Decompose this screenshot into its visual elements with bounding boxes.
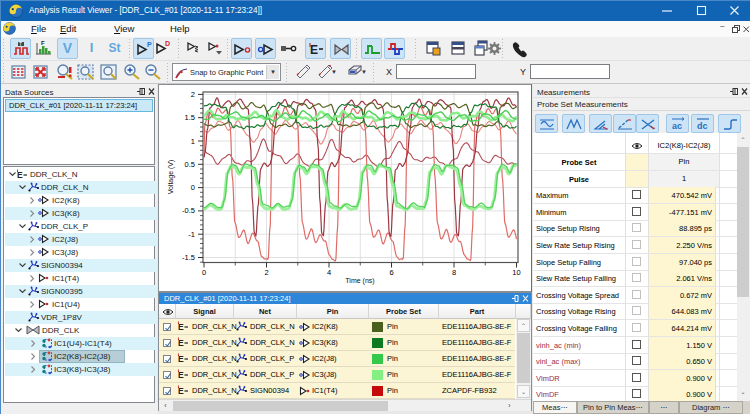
svg-text:Time (ns): Time (ns) (345, 277, 374, 285)
svg-text:6: 6 (389, 268, 393, 277)
svg-text:2: 2 (264, 268, 268, 277)
svg-text:F: F (41, 40, 45, 46)
svg-text:E: E (310, 43, 318, 57)
svg-text:Voltage (V): Voltage (V) (167, 160, 175, 195)
svg-text:2: 2 (191, 90, 195, 99)
svg-text:P: P (147, 41, 152, 48)
svg-text:1: 1 (191, 137, 195, 146)
svg-text:-1: -1 (188, 230, 195, 239)
svg-text:dc: dc (697, 121, 708, 131)
svg-text:8: 8 (452, 268, 456, 277)
svg-text:0.5: 0.5 (185, 160, 195, 169)
svg-text:1.5: 1.5 (185, 113, 195, 122)
svg-text:-1.5: -1.5 (182, 253, 195, 262)
svg-text:10: 10 (512, 268, 520, 277)
svg-text:-0.5: -0.5 (182, 206, 195, 215)
svg-text:4: 4 (327, 268, 331, 277)
svg-text:0: 0 (191, 183, 195, 192)
svg-text:D: D (165, 40, 170, 47)
svg-text:T: T (19, 41, 22, 47)
svg-text:0: 0 (202, 268, 206, 277)
svg-text:ac: ac (672, 121, 682, 131)
